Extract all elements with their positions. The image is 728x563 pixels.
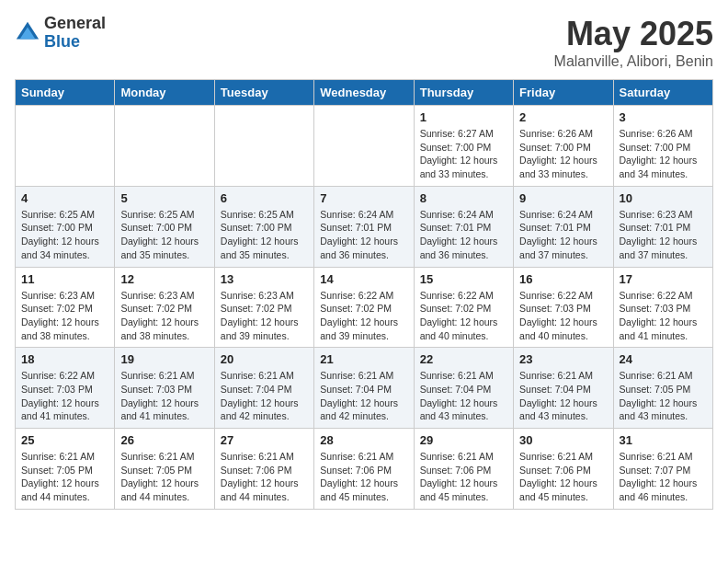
day-info: Sunrise: 6:22 AM Sunset: 7:03 PM Dayligh… [620,289,707,343]
calendar-cell: 18Sunrise: 6:22 AM Sunset: 7:03 PM Dayli… [16,348,115,429]
day-info: Sunrise: 6:24 AM Sunset: 7:01 PM Dayligh… [519,208,607,262]
day-info: Sunrise: 6:23 AM Sunset: 7:02 PM Dayligh… [221,289,308,343]
day-info: Sunrise: 6:21 AM Sunset: 7:04 PM Dayligh… [221,369,308,423]
day-info: Sunrise: 6:21 AM Sunset: 7:06 PM Dayligh… [320,450,407,504]
calendar-cell: 6Sunrise: 6:25 AM Sunset: 7:00 PM Daylig… [214,186,313,267]
calendar-cell [115,106,214,187]
day-number: 30 [519,433,607,447]
calendar-cell: 10Sunrise: 6:23 AM Sunset: 7:01 PM Dayli… [613,186,712,267]
day-info: Sunrise: 6:22 AM Sunset: 7:02 PM Dayligh… [320,289,407,343]
month-title: May 2025 [554,15,713,53]
calendar-cell: 3Sunrise: 6:26 AM Sunset: 7:00 PM Daylig… [613,106,712,187]
logo: General Blue [15,15,106,52]
calendar-cell: 16Sunrise: 6:22 AM Sunset: 7:03 PM Dayli… [514,267,613,348]
calendar-cell: 21Sunrise: 6:21 AM Sunset: 7:04 PM Dayli… [314,348,414,429]
calendar-cell: 8Sunrise: 6:24 AM Sunset: 7:01 PM Daylig… [414,186,513,267]
calendar-cell: 12Sunrise: 6:23 AM Sunset: 7:02 PM Dayli… [115,267,214,348]
day-info: Sunrise: 6:22 AM Sunset: 7:03 PM Dayligh… [21,369,108,423]
calendar-cell: 19Sunrise: 6:21 AM Sunset: 7:03 PM Dayli… [115,348,214,429]
day-info: Sunrise: 6:21 AM Sunset: 7:06 PM Dayligh… [420,450,507,504]
calendar-cell: 23Sunrise: 6:21 AM Sunset: 7:04 PM Dayli… [514,348,613,429]
day-info: Sunrise: 6:27 AM Sunset: 7:00 PM Dayligh… [420,127,507,181]
day-info: Sunrise: 6:24 AM Sunset: 7:01 PM Dayligh… [320,208,407,262]
calendar-cell: 15Sunrise: 6:22 AM Sunset: 7:02 PM Dayli… [414,267,513,348]
day-info: Sunrise: 6:23 AM Sunset: 7:02 PM Dayligh… [120,289,208,343]
day-number: 28 [320,433,407,447]
day-info: Sunrise: 6:21 AM Sunset: 7:05 PM Dayligh… [120,450,208,504]
day-number: 3 [620,110,707,124]
calendar-cell: 31Sunrise: 6:21 AM Sunset: 7:07 PM Dayli… [613,429,712,510]
day-number: 5 [120,191,208,205]
day-info: Sunrise: 6:25 AM Sunset: 7:00 PM Dayligh… [120,208,208,262]
calendar-week-row: 11Sunrise: 6:23 AM Sunset: 7:02 PM Dayli… [16,267,713,348]
calendar-cell: 2Sunrise: 6:26 AM Sunset: 7:00 PM Daylig… [514,106,613,187]
calendar-cell: 22Sunrise: 6:21 AM Sunset: 7:04 PM Dayli… [414,348,513,429]
day-number: 4 [21,191,108,205]
day-info: Sunrise: 6:21 AM Sunset: 7:03 PM Dayligh… [120,369,208,423]
day-number: 14 [320,272,407,286]
logo-blue-text: Blue [44,33,106,52]
day-number: 31 [620,433,707,447]
calendar-cell: 1Sunrise: 6:27 AM Sunset: 7:00 PM Daylig… [414,106,513,187]
logo-icon [15,20,40,46]
calendar-cell: 5Sunrise: 6:25 AM Sunset: 7:00 PM Daylig… [115,186,214,267]
calendar-week-row: 1Sunrise: 6:27 AM Sunset: 7:00 PM Daylig… [16,106,713,187]
day-number: 2 [519,110,607,124]
calendar-cell: 7Sunrise: 6:24 AM Sunset: 7:01 PM Daylig… [314,186,414,267]
day-info: Sunrise: 6:21 AM Sunset: 7:05 PM Dayligh… [21,450,108,504]
day-number: 1 [420,110,507,124]
calendar-cell: 30Sunrise: 6:21 AM Sunset: 7:06 PM Dayli… [514,429,613,510]
day-info: Sunrise: 6:21 AM Sunset: 7:04 PM Dayligh… [320,369,407,423]
calendar-cell: 27Sunrise: 6:21 AM Sunset: 7:06 PM Dayli… [214,429,313,510]
calendar-cell: 25Sunrise: 6:21 AM Sunset: 7:05 PM Dayli… [16,429,115,510]
weekday-header: Friday [514,80,613,106]
day-number: 15 [420,272,507,286]
day-info: Sunrise: 6:23 AM Sunset: 7:02 PM Dayligh… [21,289,108,343]
day-info: Sunrise: 6:21 AM Sunset: 7:04 PM Dayligh… [420,369,507,423]
day-info: Sunrise: 6:26 AM Sunset: 7:00 PM Dayligh… [620,127,707,181]
day-number: 29 [420,433,507,447]
calendar-body: 1Sunrise: 6:27 AM Sunset: 7:00 PM Daylig… [16,106,713,510]
calendar-header: SundayMondayTuesdayWednesdayThursdayFrid… [16,80,713,106]
location-label: Malanville, Alibori, Benin [554,53,713,70]
day-info: Sunrise: 6:23 AM Sunset: 7:01 PM Dayligh… [620,208,707,262]
calendar-cell: 24Sunrise: 6:21 AM Sunset: 7:05 PM Dayli… [613,348,712,429]
calendar-cell [314,106,414,187]
calendar-week-row: 18Sunrise: 6:22 AM Sunset: 7:03 PM Dayli… [16,348,713,429]
day-info: Sunrise: 6:24 AM Sunset: 7:01 PM Dayligh… [420,208,507,262]
day-number: 11 [21,272,108,286]
day-number: 12 [120,272,208,286]
calendar-cell: 11Sunrise: 6:23 AM Sunset: 7:02 PM Dayli… [16,267,115,348]
weekday-header: Wednesday [314,80,414,106]
calendar-week-row: 25Sunrise: 6:21 AM Sunset: 7:05 PM Dayli… [16,429,713,510]
calendar-cell: 20Sunrise: 6:21 AM Sunset: 7:04 PM Dayli… [214,348,313,429]
day-info: Sunrise: 6:21 AM Sunset: 7:05 PM Dayligh… [620,369,707,423]
calendar-week-row: 4Sunrise: 6:25 AM Sunset: 7:00 PM Daylig… [16,186,713,267]
day-number: 21 [320,352,407,366]
calendar-table: SundayMondayTuesdayWednesdayThursdayFrid… [15,79,713,510]
calendar-cell: 14Sunrise: 6:22 AM Sunset: 7:02 PM Dayli… [314,267,414,348]
day-number: 7 [320,191,407,205]
weekday-row: SundayMondayTuesdayWednesdayThursdayFrid… [16,80,713,106]
day-info: Sunrise: 6:21 AM Sunset: 7:04 PM Dayligh… [519,369,607,423]
day-number: 22 [420,352,507,366]
day-number: 9 [519,191,607,205]
day-number: 27 [221,433,308,447]
day-number: 10 [620,191,707,205]
calendar-cell: 26Sunrise: 6:21 AM Sunset: 7:05 PM Dayli… [115,429,214,510]
calendar-cell: 29Sunrise: 6:21 AM Sunset: 7:06 PM Dayli… [414,429,513,510]
day-info: Sunrise: 6:22 AM Sunset: 7:02 PM Dayligh… [420,289,507,343]
day-number: 25 [21,433,108,447]
day-number: 23 [519,352,607,366]
title-area: May 2025 Malanville, Alibori, Benin [554,15,713,70]
day-number: 20 [221,352,308,366]
calendar-cell: 17Sunrise: 6:22 AM Sunset: 7:03 PM Dayli… [613,267,712,348]
page-header: General Blue May 2025 Malanville, Alibor… [15,15,713,70]
day-info: Sunrise: 6:21 AM Sunset: 7:06 PM Dayligh… [221,450,308,504]
calendar-cell [16,106,115,187]
calendar-cell: 4Sunrise: 6:25 AM Sunset: 7:00 PM Daylig… [16,186,115,267]
day-info: Sunrise: 6:25 AM Sunset: 7:00 PM Dayligh… [21,208,108,262]
day-number: 16 [519,272,607,286]
weekday-header: Saturday [613,80,712,106]
day-number: 6 [221,191,308,205]
